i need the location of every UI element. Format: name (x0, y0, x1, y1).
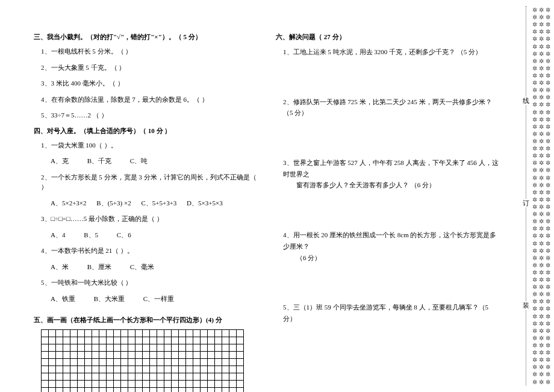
content-columns: 三、我当小裁判。（对的打"√"，错的打"×"）。（ 5 分） 1、一根电线杆长 … (34, 33, 506, 382)
s4-q2-opt-c: C、5+5+3+3 (141, 198, 176, 208)
section-6-heading: 六、解决问题（ 27 分） (276, 33, 501, 42)
seal-char-1: 线 (521, 96, 530, 105)
s4-q4-options: A、米 B、厘米 C、毫米 (51, 262, 258, 272)
s6-q3-text: 3、世界之窗上午游客 527 人，中午有 258 人离去，下午又来了 456 人… (283, 157, 501, 191)
s6-q3-line1: 3、世界之窗上午游客 527 人，中午有 258 人离去，下午又来了 456 人… (283, 159, 499, 178)
s4-q1-opt-a: A、克 (51, 156, 69, 166)
s4-q3-opt-c: C、6 (117, 230, 131, 240)
s6-q5: 5、三（1）班 59 个同学去坐游览车，每辆坐 8 人，至要租几辆车？（5 分） (276, 302, 501, 324)
s4-q4-opt-c: C、毫米 (130, 262, 154, 272)
s4-q3-opt-b: B、5 (84, 230, 98, 240)
s6-q4-line1: 4、用一根长 20 厘米的铁丝围成一个长 8cm 的长方形，这个长方形宽是多少厘… (283, 231, 496, 250)
seal-line: 线 订 装 (521, 6, 530, 385)
exam-page: 三、我当小裁判。（对的打"√"，错的打"×"）。（ 5 分） 1、一根电线杆长 … (0, 0, 554, 392)
section-4-heading: 四、对号入座。（填上合适的序号）（ 10 分 ） (34, 126, 258, 135)
s4-q2-opt-d: D、5×3+5×3 (187, 198, 223, 208)
s6-q5-text: 5、三（1）班 59 个同学去坐游览车，每辆坐 8 人，至要租几辆车？（5 分） (283, 302, 501, 324)
s3-item-3: 3、3 米比 400 毫米小。（ ） (41, 78, 258, 89)
s4-q4-opt-b: B、厘米 (87, 262, 111, 272)
s4-q1-text: 1、一袋大米重 100（ ）。 (41, 140, 258, 151)
s6-q1: 1、工地上运来 5 吨水泥，用去 3200 千克，还剩多少千克？ （5 分） (276, 46, 501, 58)
s6-q2: 2、修路队第一天修路 725 米，比第二天少 245 米，两天一共修多少米？ （… (276, 96, 501, 119)
s6-q1-text: 1、工地上运来 5 吨水泥，用去 3200 千克，还剩多少千克？ （5 分） (283, 46, 501, 58)
s4-q5-options: A、铁重 B、大米重 C、一样重 (51, 294, 258, 304)
seal-char-3: 装 (521, 301, 530, 310)
section-5-heading: 五、画一画（在格子纸上画一个长方形和一个平行四边形）(4) 分 (34, 316, 258, 325)
s4-q4-opt-a: A、米 (51, 262, 69, 272)
s4-q5-opt-a: A、铁重 (51, 294, 75, 304)
s4-q2-options: A、5×2+3×2 B、(5+3) ×2 C、5+5+3+3 D、5×3+5×3 (51, 198, 258, 208)
s4-q5-text: 5、一吨铁和一吨大米比较（ ） (41, 278, 258, 288)
right-column: 六、解决问题（ 27 分） 1、工地上运来 5 吨水泥，用去 3200 千克，还… (270, 33, 506, 382)
s3-item-1: 1、一根电线杆长 5 分米。（ ） (41, 46, 258, 57)
s4-q2-text: 2、一个长方形长是 5 分米，宽是 3 分米，计算它的周长，列式不正确是（ ） (41, 172, 258, 192)
section-3-heading: 三、我当小裁判。（对的打"√"，错的打"×"）。（ 5 分） (34, 33, 258, 42)
s4-q2-opt-b: B、(5+3) ×2 (96, 198, 131, 208)
decorative-pattern: ✲✲✲✲✲✲✲✲✲✲✲✲✲✲✲✲✲✲✲✲✲✲✲✲✲✲✲✲✲✲✲✲✲✲✲✲✲✲✲✲… (532, 7, 550, 385)
s4-q1-options: A、克 B、千克 C、吨 (51, 156, 258, 166)
s4-q3-text: 3、□÷□=□……5 最小除数，正确的是（ ） (41, 214, 258, 224)
seal-char-2: 订 (521, 199, 530, 207)
binding-strip: ✲✲✲✲✲✲✲✲✲✲✲✲✲✲✲✲✲✲✲✲✲✲✲✲✲✲✲✲✲✲✲✲✲✲✲✲✲✲✲✲… (518, 0, 552, 392)
s4-q1-opt-c: C、吨 (130, 156, 148, 166)
s4-q5-opt-c: C、一样重 (143, 294, 174, 304)
s3-item-2: 2、一头大象重 5 千克。（ ） (41, 63, 258, 73)
s6-q3-line2: 窗有游客多少人？全天游客有多少人？ （6 分） (296, 179, 501, 191)
s3-item-5: 5、33÷7＝5……2 （ ） (41, 110, 258, 120)
s6-q4-line2: （6 分） (296, 252, 501, 264)
s4-q1-opt-b: B、千克 (87, 156, 111, 166)
s6-q3: 3、世界之窗上午游客 527 人，中午有 258 人离去，下午又来了 456 人… (276, 157, 501, 191)
s4-q5-opt-b: B、大米重 (94, 294, 125, 304)
s4-q3-opt-a: A、4 (51, 230, 65, 240)
grid-table[interactable] (41, 329, 244, 392)
s4-q4-text: 4、一本数学书长约是 21（ ）。 (41, 246, 258, 256)
s6-q4-text: 4、用一根长 20 厘米的铁丝围成一个长 8cm 的长方形，这个长方形宽是多少厘… (283, 229, 501, 263)
drawing-grid[interactable] (41, 329, 258, 392)
dotted-line (526, 6, 526, 385)
s3-item-4: 4、在有余数的除法里，除数是 7，最大的余数是 6。（ ） (41, 95, 258, 105)
s4-q3-options: A、4 B、5 C、6 (51, 230, 258, 240)
s6-q4: 4、用一根长 20 厘米的铁丝围成一个长 8cm 的长方形，这个长方形宽是多少厘… (276, 229, 501, 263)
s6-q2-text: 2、修路队第一天修路 725 米，比第二天少 245 米，两天一共修多少米？ （… (283, 96, 501, 119)
left-column: 三、我当小裁判。（对的打"√"，错的打"×"）。（ 5 分） 1、一根电线杆长 … (34, 33, 270, 382)
s4-q2-opt-a: A、5×2+3×2 (51, 198, 87, 208)
